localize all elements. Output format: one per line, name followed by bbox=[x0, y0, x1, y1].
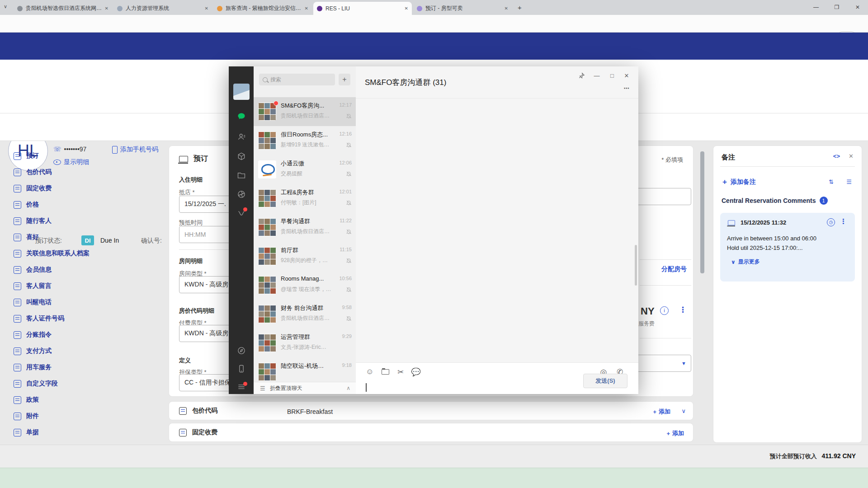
window-close-icon[interactable]: ✕ bbox=[847, 0, 868, 14]
add-fixed-charge-button[interactable]: +添加 bbox=[666, 429, 684, 437]
send-file-folder-icon[interactable] bbox=[380, 367, 390, 377]
sidebar-item-custom-field[interactable]: 自定义字段 bbox=[14, 380, 58, 388]
sidebar-item-preferences[interactable]: 喜好 bbox=[14, 233, 39, 241]
chat-list-item[interactable]: Rooms Manag...10:56@瑞雪 现在淡季，可... bbox=[254, 271, 356, 300]
compass-icon[interactable] bbox=[236, 346, 246, 356]
tab-search-chevron-icon[interactable]: ∨ bbox=[4, 4, 7, 9]
chat-list-item[interactable]: SM&FO客房沟...12:17贵阳机场假日酒店：... bbox=[254, 97, 356, 126]
info-icon[interactable]: i bbox=[660, 306, 669, 315]
collapse-pinned-bar[interactable]: ☰ 折叠置顶聊天 ∧ bbox=[254, 382, 356, 394]
send-button[interactable]: 发送(S) bbox=[583, 374, 627, 388]
sidebar-item-package[interactable]: 包价代码 bbox=[14, 168, 52, 176]
sidebar-item-fixed-charge[interactable]: 固定收费 bbox=[14, 184, 52, 192]
sidebar-item-bed[interactable]: 预订 bbox=[14, 152, 39, 160]
chat-maximize-icon[interactable]: □ bbox=[607, 71, 618, 80]
sort-icon[interactable]: ⇅ bbox=[829, 178, 834, 185]
sidebar-item-linked-profiles[interactable]: 关联信息和联系人档案 bbox=[14, 249, 90, 258]
sidebar-item-routing[interactable]: 分账指令 bbox=[14, 331, 52, 339]
tab-close-icon[interactable]: ✕ bbox=[205, 6, 208, 11]
chat-preview: 文员-张源涛-Eric：[图片] bbox=[281, 343, 331, 351]
mute-bell-icon bbox=[346, 113, 352, 118]
tab-close-icon[interactable]: ✕ bbox=[505, 6, 508, 11]
close-notes-icon[interactable]: ✕ bbox=[849, 153, 854, 160]
mobile-phone-icon[interactable] bbox=[236, 364, 246, 374]
chat-list-item[interactable]: 工程&房务群12:01付明敏：[图片] bbox=[254, 184, 356, 213]
add-mobile-label[interactable]: 添加手机号码 bbox=[120, 145, 158, 154]
show-more-link[interactable]: ∨显示更多 bbox=[731, 258, 760, 266]
emoji-icon[interactable]: ☺ bbox=[365, 367, 375, 377]
sidebar-item-car-service[interactable]: 用车服务 bbox=[14, 363, 52, 371]
chat-list-item[interactable]: 假日Rooms房态...12:16新增919 送洗漱包和... bbox=[254, 126, 356, 155]
right-dropdown-fragment[interactable]: ▼ bbox=[635, 355, 691, 372]
sidebar-item-policy[interactable]: 政策 bbox=[14, 396, 39, 404]
assign-room-link[interactable]: 分配房号 bbox=[661, 265, 687, 273]
window-minimize-icon[interactable]: — bbox=[806, 0, 826, 14]
chat-list-item[interactable]: 运营管理群9:29文员-张源涛-Eric：[图片] bbox=[254, 328, 356, 357]
chats-tab-icon[interactable] bbox=[236, 112, 246, 122]
new-chat-button[interactable]: + bbox=[339, 74, 350, 85]
more-menu-icon[interactable] bbox=[236, 382, 246, 392]
screenshot-scissors-icon[interactable]: ✂ bbox=[396, 367, 406, 377]
show-details-label[interactable]: 显示明细 bbox=[64, 158, 89, 166]
sidebar-item-companions[interactable]: 随行客人 bbox=[14, 217, 52, 225]
chat-list-item[interactable]: 小通云缴12:06交易提醒 bbox=[254, 155, 356, 184]
sidebar-item-payment[interactable]: 支付方式 bbox=[14, 347, 52, 355]
video-channel-icon[interactable] bbox=[236, 208, 246, 218]
total-revenue: 预计全部预订收入 411.92 CNY bbox=[770, 452, 856, 460]
chat-list-item[interactable]: 早餐沟通群11:22贵阳机场假日酒店值... bbox=[254, 213, 356, 242]
workspace-cube-icon[interactable] bbox=[236, 151, 246, 161]
pin-icon[interactable] bbox=[576, 71, 587, 80]
cloud-logo-avatar bbox=[258, 160, 276, 178]
sidebar-item-membership[interactable]: 会员信息 bbox=[14, 266, 52, 274]
add-package-button[interactable]: +添加 bbox=[653, 408, 670, 416]
confirmation-label: 确认号: bbox=[141, 237, 162, 245]
message-scrollbar[interactable] bbox=[635, 245, 637, 286]
browser-tab[interactable]: 人力资源管理系统✕ bbox=[113, 2, 212, 15]
total-revenue-label: 预计全部预订收入 bbox=[770, 453, 817, 460]
chat-list-item[interactable]: 财务 前台沟通群9:58贵阳机场假日酒店值... bbox=[254, 300, 356, 328]
add-mobile-link[interactable]: 添加手机号码 bbox=[112, 145, 158, 154]
sidebar-item-document[interactable]: 单据 bbox=[14, 428, 39, 436]
new-tab-button[interactable]: + bbox=[518, 4, 522, 11]
expand-chevron-icon[interactable]: ∨ bbox=[681, 408, 686, 414]
page-scrollbar[interactable] bbox=[700, 151, 704, 273]
message-input[interactable]: 发送(S) bbox=[356, 380, 638, 394]
sidebar-item-wake-up-call[interactable]: 叫醒电话 bbox=[14, 298, 52, 306]
window-restore-icon[interactable]: ❐ bbox=[826, 0, 847, 14]
conversation-more-icon[interactable]: ⋯ bbox=[621, 84, 632, 93]
chat-close-icon[interactable]: ✕ bbox=[621, 71, 632, 80]
chat-history-icon[interactable]: 💬 bbox=[411, 367, 421, 377]
show-details-link[interactable]: 显示明细 bbox=[53, 158, 89, 166]
group-mosaic-avatar bbox=[258, 363, 276, 381]
wecom-user-avatar[interactable] bbox=[233, 84, 250, 100]
chat-preview: 付明敏：[图片] bbox=[281, 199, 331, 206]
chat-search-input[interactable]: 搜索 bbox=[259, 74, 335, 85]
history-clock-icon[interactable]: ◷ bbox=[827, 218, 835, 226]
chat-minimize-icon[interactable]: — bbox=[591, 71, 602, 80]
browser-tab[interactable]: 预订 - 房型可卖✕ bbox=[413, 2, 512, 15]
sidebar-item-attachment[interactable]: 附件 bbox=[14, 412, 39, 420]
chat-list-item[interactable]: 前厅群11:15928房间的橙子，放... bbox=[254, 242, 356, 271]
browser-tab[interactable]: 旅客查询 - 紫楠旅馆业治安信息管✕ bbox=[213, 2, 312, 15]
code-view-icon[interactable]: <> bbox=[833, 153, 840, 160]
price-kebab-icon[interactable]: ⋮ bbox=[679, 305, 687, 314]
sidebar-item-price[interactable]: 价格 bbox=[14, 201, 39, 209]
tab-close-icon[interactable]: ✕ bbox=[305, 6, 308, 11]
browser-tab[interactable]: 贵阳机场智选假日酒店系统网址导✕ bbox=[14, 2, 112, 15]
chevron-up-icon: ∧ bbox=[346, 385, 350, 391]
contacts-icon[interactable] bbox=[236, 132, 246, 142]
chat-time: 9:29 bbox=[342, 333, 352, 339]
filter-icon[interactable]: ☰ bbox=[846, 178, 852, 185]
chat-time: 12:17 bbox=[339, 102, 352, 108]
tab-close-icon[interactable]: ✕ bbox=[405, 6, 408, 11]
search-icon bbox=[263, 77, 268, 82]
browser-tab[interactable]: RES - LIU✕ bbox=[313, 2, 412, 15]
sidebar-item-id-card[interactable]: 客人证件号码 bbox=[14, 314, 64, 323]
files-folder-icon[interactable] bbox=[236, 170, 246, 180]
wecom-nav-rail bbox=[229, 66, 254, 394]
tab-close-icon[interactable]: ✕ bbox=[105, 6, 108, 11]
moments-aperture-icon[interactable] bbox=[236, 189, 246, 199]
note-kebab-icon[interactable]: ⋮ bbox=[840, 217, 847, 225]
sidebar-item-guest-message[interactable]: 客人留言 bbox=[14, 282, 52, 290]
add-note-button[interactable]: +添加备注 bbox=[722, 178, 756, 187]
